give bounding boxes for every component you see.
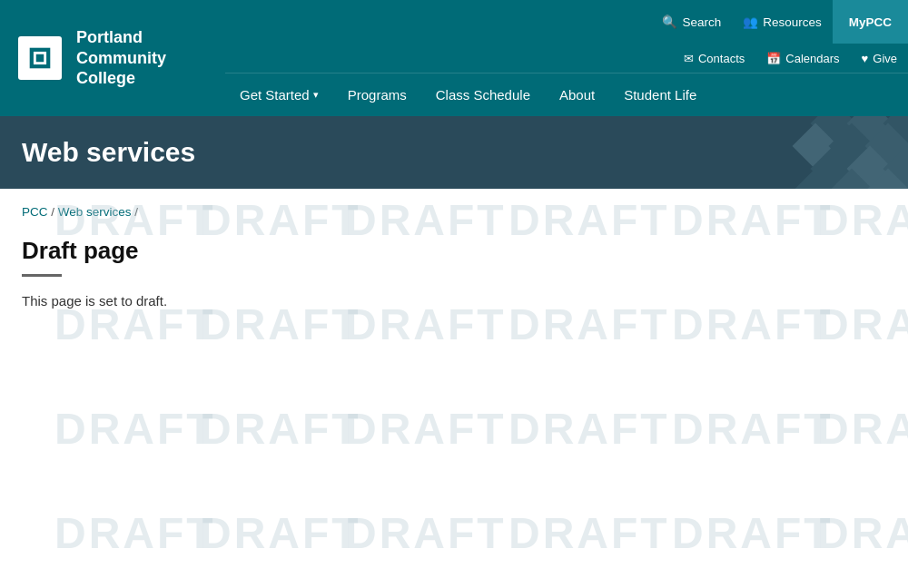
hero-title: Web services [0, 137, 195, 168]
draft-watermark-19: DRAFT [54, 508, 216, 558]
breadcrumb-web-services[interactable]: Web services [58, 205, 132, 219]
logo-diamond-icon [15, 33, 65, 83]
resources-icon: 👥 [743, 15, 758, 29]
contacts-icon: ✉ [684, 52, 694, 65]
heart-icon: ♥ [862, 52, 869, 65]
search-icon: 🔍 [662, 15, 677, 29]
mypcc-button[interactable]: MyPCC [833, 0, 908, 44]
resources-nav-item[interactable]: 👥 Resources [732, 0, 833, 44]
give-nav-item[interactable]: ♥ Give [851, 44, 908, 73]
draft-watermark-23: DRAFT [672, 508, 834, 558]
site-header: Portland Community College 🔍 Search 👥 Re… [0, 0, 908, 116]
nav-area: 🔍 Search 👥 Resources MyPCC ✉ Contacts 📅 … [225, 0, 908, 116]
main-content: Draft page This page is set to draft. [0, 226, 908, 345]
contacts-nav-item[interactable]: ✉ Contacts [673, 44, 755, 73]
top-nav: 🔍 Search 👥 Resources MyPCC [225, 0, 908, 44]
nav-get-started[interactable]: Get Started ▾ [225, 74, 333, 116]
draft-watermark-20: DRAFT [200, 508, 361, 558]
calendars-nav-item[interactable]: 📅 Calendars [755, 44, 850, 73]
logo-text: Portland Community College [76, 27, 166, 89]
draft-watermark-15: DRAFT [345, 404, 507, 454]
draft-watermark-17: DRAFT [672, 404, 834, 454]
draft-watermark-16: DRAFT [508, 404, 670, 454]
calendars-icon: 📅 [766, 52, 781, 65]
chevron-down-icon: ▾ [313, 89, 319, 101]
draft-watermark-21: DRAFT [345, 508, 507, 558]
draft-watermark-14: DRAFT [200, 404, 361, 454]
hero-banner: Web services [0, 116, 908, 189]
title-divider [22, 274, 62, 277]
nav-class-schedule[interactable]: Class Schedule [421, 74, 545, 116]
search-nav-item[interactable]: 🔍 Search [651, 0, 732, 44]
breadcrumb: PCC / Web services / [0, 189, 908, 226]
draft-watermark-22: DRAFT [508, 508, 670, 558]
nav-programs[interactable]: Programs [333, 74, 421, 116]
nav-about[interactable]: About [545, 74, 609, 116]
draft-watermark-24: DRAFT [817, 508, 908, 558]
draft-watermark-18: DRAFT [817, 404, 908, 454]
nav-student-life[interactable]: Student Life [609, 74, 711, 116]
breadcrumb-pcc[interactable]: PCC [22, 205, 48, 219]
hero-pattern [672, 116, 908, 189]
page-body-text: This page is set to draft. [22, 293, 886, 309]
logo-area[interactable]: Portland Community College [0, 0, 225, 116]
page-title: Draft page [22, 237, 886, 265]
main-nav: Get Started ▾ Programs Class Schedule Ab… [225, 73, 908, 116]
draft-watermark-13: DRAFT [54, 404, 216, 454]
